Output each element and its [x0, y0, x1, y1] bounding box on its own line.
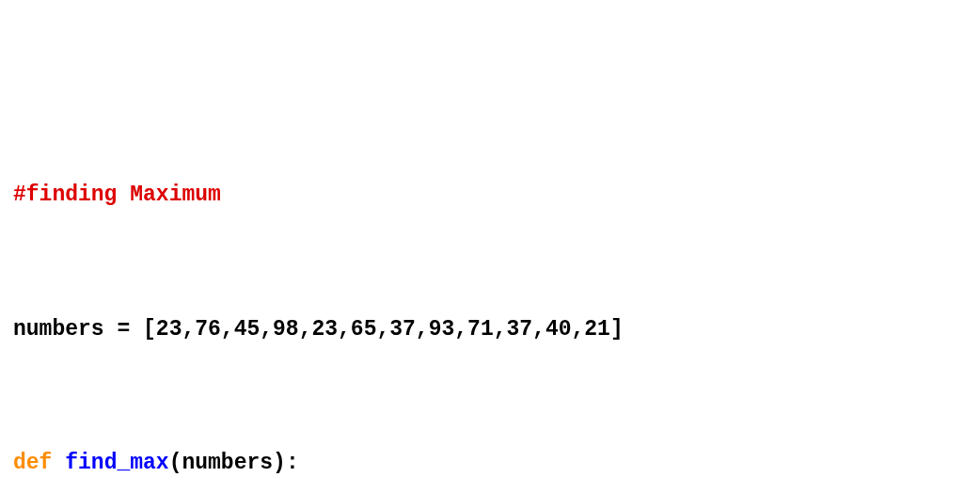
code-blank-2: [13, 380, 967, 414]
def-params: (numbers):: [169, 451, 299, 475]
kw-def: def: [13, 451, 52, 475]
numbers-assignment: numbers = [23,76,45,98,23,65,37,93,71,37…: [13, 317, 624, 342]
code-line-numbers-assign: numbers = [23,76,45,98,23,65,37,93,71,37…: [13, 313, 967, 347]
code-line-def: def find_max(numbers):: [13, 447, 967, 481]
code-block: #finding Maximum numbers = [23,76,45,98,…: [13, 146, 967, 493]
comment-text: #finding Maximum: [13, 183, 221, 207]
func-name: find_max: [52, 451, 168, 475]
code-line-comment: #finding Maximum: [13, 179, 967, 213]
code-blank-1: [13, 246, 967, 279]
